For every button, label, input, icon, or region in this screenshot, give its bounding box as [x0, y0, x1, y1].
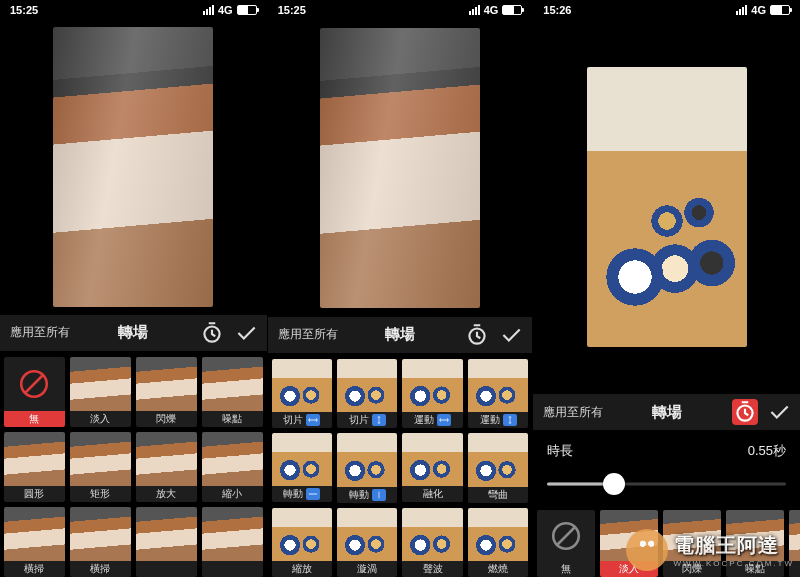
transition-strip[interactable]: 無 淡入 閃爍 噪點 圓形 矩形	[533, 502, 800, 577]
transition-ripple[interactable]: 漩渦	[337, 508, 397, 577]
transition-hsweep-2[interactable]: 橫掃	[70, 507, 131, 577]
transition-item[interactable]	[136, 507, 197, 577]
tile-label: 聲波	[402, 561, 462, 577]
status-bar: 15:26 4G	[533, 0, 800, 20]
tile-label: 縮放	[272, 561, 332, 577]
transition-none[interactable]: 無	[537, 510, 595, 577]
preview-image	[53, 27, 213, 307]
transition-slice-v[interactable]: 切片	[337, 359, 397, 428]
transition-roll-v[interactable]: 轉動	[337, 433, 397, 502]
network-label: 4G	[484, 4, 499, 16]
transition-shrink[interactable]: 縮放	[272, 508, 332, 577]
tile-label: 閃爍	[663, 561, 721, 577]
confirm-button[interactable]	[498, 322, 524, 348]
editor-toolbar: 應用至所有 轉場	[533, 394, 800, 430]
tile-label: 橫掃	[4, 561, 65, 577]
direction-icon	[503, 414, 517, 426]
transition-grid[interactable]: 切片 切片 運動 運動 轉動 轉動 融化 彎曲 縮放 漩渦 聲波 燃燒	[268, 353, 533, 577]
direction-icon	[372, 489, 386, 501]
network-label: 4G	[751, 4, 766, 16]
screenshot-3: 15:26 4G 應用至所有 轉場 時長	[533, 0, 800, 577]
tile-label: 淡入	[70, 411, 131, 427]
tile-label: 圓形	[789, 561, 800, 577]
transition-zoom-out[interactable]: 縮小	[202, 432, 263, 502]
tile-label: 淡入	[600, 561, 658, 577]
status-bar: 15:25 4G	[268, 0, 533, 20]
transition-motion-h[interactable]: 運動	[402, 359, 462, 428]
transition-fade[interactable]: 淡入	[70, 357, 131, 427]
preview-area	[268, 20, 533, 317]
tile-label: 切片	[337, 412, 397, 428]
signal-icon	[736, 5, 747, 15]
tile-label: 運動	[468, 412, 528, 428]
duration-value: 0.55秒	[748, 442, 786, 460]
status-bar: 15:25 4G	[0, 0, 267, 20]
transition-hsweep[interactable]: 橫掃	[4, 507, 65, 577]
tile-label: 漩渦	[337, 561, 397, 577]
tile-label: 縮小	[202, 486, 263, 502]
transition-fade[interactable]: 淡入	[600, 510, 658, 577]
preview-area	[533, 20, 800, 394]
tile-label: 橫掃	[70, 561, 131, 577]
tile-label: 閃爍	[136, 411, 197, 427]
status-time: 15:25	[10, 4, 38, 16]
tile-label: 轉動	[337, 487, 397, 503]
tile-label: 噪點	[202, 411, 263, 427]
duration-button[interactable]	[732, 399, 758, 425]
preview-image	[320, 28, 480, 308]
tile-label: 切片	[272, 412, 332, 428]
editor-toolbar: 應用至所有 轉場	[268, 317, 533, 353]
battery-icon	[237, 5, 257, 15]
tile-label: 轉動	[272, 486, 332, 502]
transition-circle[interactable]: 圓形	[4, 432, 65, 502]
tile-label: 矩形	[70, 486, 131, 502]
apply-all-button[interactable]: 應用至所有	[268, 326, 348, 343]
transition-roll-h[interactable]: 轉動	[272, 433, 332, 502]
transition-none[interactable]: 無	[4, 357, 65, 427]
transition-flash[interactable]: 閃爍	[136, 357, 197, 427]
duration-button[interactable]	[199, 320, 225, 346]
transition-rect[interactable]: 矩形	[70, 432, 131, 502]
confirm-button[interactable]	[766, 399, 792, 425]
transition-motion-v[interactable]: 運動	[468, 359, 528, 428]
transition-zoom-in[interactable]: 放大	[136, 432, 197, 502]
direction-icon	[306, 414, 320, 426]
svg-line-2	[26, 375, 43, 392]
transition-circle[interactable]: 圓形	[789, 510, 800, 577]
screenshot-2: 15:25 4G 應用至所有 轉場 切片	[267, 0, 534, 577]
apply-all-button[interactable]: 應用至所有	[0, 324, 80, 341]
tile-label	[136, 561, 197, 577]
duration-label: 時長	[547, 442, 573, 460]
transition-burn[interactable]: 燃燒	[468, 508, 528, 577]
slider-thumb[interactable]	[603, 473, 625, 495]
editor-toolbar: 應用至所有 轉場	[0, 315, 267, 351]
preview-area	[0, 20, 267, 315]
transition-noise[interactable]: 噪點	[726, 510, 784, 577]
duration-button[interactable]	[464, 322, 490, 348]
tile-label: 燃燒	[468, 561, 528, 577]
transition-grid[interactable]: 無 淡入 閃爍 噪點 圓形 矩形 放大 縮小 橫掃 橫掃	[0, 351, 267, 577]
tile-label	[202, 561, 263, 577]
tile-label: 運動	[402, 412, 462, 428]
battery-icon	[502, 5, 522, 15]
apply-all-button[interactable]: 應用至所有	[533, 404, 613, 421]
transition-melt[interactable]: 融化	[402, 433, 462, 502]
duration-slider[interactable]	[547, 472, 786, 496]
status-time: 15:26	[543, 4, 571, 16]
battery-icon	[770, 5, 790, 15]
transition-flash[interactable]: 閃爍	[663, 510, 721, 577]
confirm-button[interactable]	[233, 320, 259, 346]
svg-line-6	[558, 527, 575, 544]
tile-label: 放大	[136, 486, 197, 502]
transition-item[interactable]	[202, 507, 263, 577]
network-label: 4G	[218, 4, 233, 16]
transition-warp[interactable]: 彎曲	[468, 433, 528, 502]
transition-slice-h[interactable]: 切片	[272, 359, 332, 428]
signal-icon	[203, 5, 214, 15]
transition-soundwave[interactable]: 聲波	[402, 508, 462, 577]
transition-noise[interactable]: 噪點	[202, 357, 263, 427]
direction-icon	[437, 414, 451, 426]
signal-icon	[469, 5, 480, 15]
duration-panel: 時長 0.55秒	[533, 430, 800, 502]
preview-image	[587, 67, 747, 347]
